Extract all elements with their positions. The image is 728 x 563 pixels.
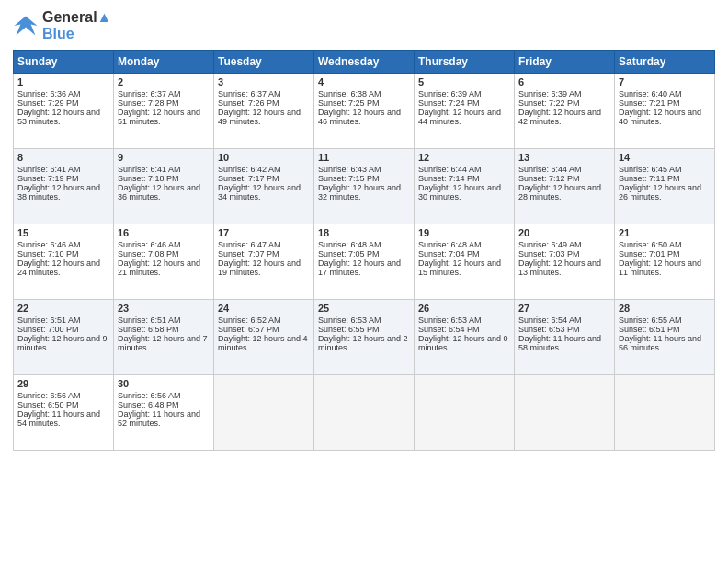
sunset-text: Sunset: 7:12 PM	[518, 174, 580, 183]
calendar-cell	[214, 375, 314, 451]
day-number: 22	[17, 303, 109, 314]
sunset-text: Sunset: 7:04 PM	[418, 249, 480, 259]
sunset-text: Sunset: 7:29 PM	[17, 98, 79, 108]
sunrise-text: Sunrise: 6:49 AM	[518, 240, 582, 249]
calendar-week-row: 1Sunrise: 6:36 AMSunset: 7:29 PMDaylight…	[14, 74, 715, 149]
daylight-text: Daylight: 12 hours and 17 minutes.	[318, 259, 401, 277]
sunset-text: Sunset: 7:07 PM	[218, 249, 279, 259]
weekday-header-monday: Monday	[114, 51, 214, 74]
sunrise-text: Sunrise: 6:54 AM	[518, 316, 582, 325]
daylight-text: Daylight: 12 hours and 42 minutes.	[518, 108, 601, 126]
sunrise-text: Sunrise: 6:53 AM	[418, 316, 482, 325]
calendar-cell: 15Sunrise: 6:46 AMSunset: 7:10 PMDayligh…	[14, 224, 114, 300]
sunset-text: Sunset: 6:57 PM	[218, 325, 279, 334]
sunrise-text: Sunrise: 6:41 AM	[118, 165, 181, 174]
calendar-cell: 11Sunrise: 6:43 AMSunset: 7:15 PMDayligh…	[314, 149, 415, 224]
weekday-header-friday: Friday	[515, 51, 615, 74]
day-number: 29	[17, 378, 109, 389]
calendar-cell: 30Sunrise: 6:56 AMSunset: 6:48 PMDayligh…	[114, 375, 214, 451]
day-number: 13	[518, 152, 610, 163]
sunrise-text: Sunrise: 6:41 AM	[17, 165, 81, 174]
daylight-text: Daylight: 11 hours and 52 minutes.	[118, 409, 200, 428]
daylight-text: Daylight: 12 hours and 38 minutes.	[17, 183, 100, 201]
sunrise-text: Sunrise: 6:38 AM	[318, 89, 381, 98]
day-number: 6	[518, 76, 610, 87]
daylight-text: Daylight: 12 hours and 46 minutes.	[318, 108, 401, 126]
day-number: 24	[218, 303, 310, 314]
day-number: 3	[218, 76, 310, 87]
sunset-text: Sunset: 7:03 PM	[518, 249, 580, 259]
sunrise-text: Sunrise: 6:36 AM	[17, 89, 81, 98]
day-number: 8	[17, 152, 109, 163]
logo: General▲ Blue	[13, 9, 111, 42]
sunrise-text: Sunrise: 6:39 AM	[518, 89, 582, 98]
day-number: 20	[518, 227, 610, 238]
calendar-week-row: 15Sunrise: 6:46 AMSunset: 7:10 PMDayligh…	[14, 224, 715, 300]
day-number: 11	[318, 152, 410, 163]
daylight-text: Daylight: 12 hours and 13 minutes.	[518, 259, 601, 277]
daylight-text: Daylight: 12 hours and 7 minutes.	[118, 334, 208, 352]
daylight-text: Daylight: 12 hours and 44 minutes.	[418, 108, 501, 126]
calendar-cell: 29Sunrise: 6:56 AMSunset: 6:50 PMDayligh…	[14, 375, 114, 451]
sunset-text: Sunset: 6:55 PM	[318, 325, 380, 334]
sunset-text: Sunset: 7:24 PM	[418, 98, 480, 108]
logo-text: General▲ Blue	[42, 9, 111, 42]
sunset-text: Sunset: 7:19 PM	[17, 174, 79, 183]
calendar-cell: 9Sunrise: 6:41 AMSunset: 7:18 PMDaylight…	[114, 149, 214, 224]
day-number: 21	[619, 227, 711, 238]
calendar-cell: 14Sunrise: 6:45 AMSunset: 7:11 PMDayligh…	[615, 149, 715, 224]
sunrise-text: Sunrise: 6:46 AM	[17, 240, 81, 249]
daylight-text: Daylight: 12 hours and 0 minutes.	[418, 334, 508, 352]
svg-marker-0	[14, 17, 37, 36]
calendar-cell: 4Sunrise: 6:38 AMSunset: 7:25 PMDaylight…	[314, 74, 415, 149]
sunset-text: Sunset: 7:15 PM	[318, 174, 380, 183]
sunset-text: Sunset: 6:53 PM	[518, 325, 580, 334]
daylight-text: Daylight: 12 hours and 28 minutes.	[518, 183, 601, 201]
sunset-text: Sunset: 7:00 PM	[17, 325, 79, 334]
calendar-cell: 10Sunrise: 6:42 AMSunset: 7:17 PMDayligh…	[214, 149, 314, 224]
calendar-cell: 18Sunrise: 6:48 AMSunset: 7:05 PMDayligh…	[314, 224, 415, 300]
day-number: 26	[418, 303, 510, 314]
sunset-text: Sunset: 7:17 PM	[218, 174, 279, 183]
day-number: 14	[619, 152, 711, 163]
daylight-text: Daylight: 12 hours and 36 minutes.	[118, 183, 200, 201]
calendar-cell	[615, 375, 715, 451]
calendar-cell: 17Sunrise: 6:47 AMSunset: 7:07 PMDayligh…	[214, 224, 314, 300]
daylight-text: Daylight: 12 hours and 32 minutes.	[318, 183, 401, 201]
day-number: 27	[518, 303, 610, 314]
calendar-week-row: 29Sunrise: 6:56 AMSunset: 6:50 PMDayligh…	[14, 375, 715, 451]
daylight-text: Daylight: 11 hours and 58 minutes.	[518, 334, 601, 352]
day-number: 23	[118, 303, 210, 314]
header: General▲ Blue	[13, 9, 715, 42]
sunrise-text: Sunrise: 6:37 AM	[118, 89, 181, 98]
sunset-text: Sunset: 6:51 PM	[619, 325, 680, 334]
sunrise-text: Sunrise: 6:50 AM	[619, 240, 682, 249]
daylight-text: Daylight: 12 hours and 2 minutes.	[318, 334, 408, 352]
daylight-text: Daylight: 12 hours and 11 minutes.	[619, 259, 701, 277]
calendar-cell: 22Sunrise: 6:51 AMSunset: 7:00 PMDayligh…	[14, 300, 114, 375]
sunset-text: Sunset: 6:58 PM	[118, 325, 179, 334]
calendar-week-row: 8Sunrise: 6:41 AMSunset: 7:19 PMDaylight…	[14, 149, 715, 224]
sunset-text: Sunset: 7:26 PM	[218, 98, 279, 108]
day-number: 16	[118, 227, 210, 238]
sunrise-text: Sunrise: 6:53 AM	[318, 316, 381, 325]
calendar-cell: 26Sunrise: 6:53 AMSunset: 6:54 PMDayligh…	[415, 300, 515, 375]
day-number: 12	[418, 152, 510, 163]
calendar-cell: 6Sunrise: 6:39 AMSunset: 7:22 PMDaylight…	[515, 74, 615, 149]
calendar-cell: 5Sunrise: 6:39 AMSunset: 7:24 PMDaylight…	[415, 74, 515, 149]
weekday-header-tuesday: Tuesday	[214, 51, 314, 74]
sunrise-text: Sunrise: 6:42 AM	[218, 165, 281, 174]
calendar-cell: 13Sunrise: 6:44 AMSunset: 7:12 PMDayligh…	[515, 149, 615, 224]
calendar-cell: 12Sunrise: 6:44 AMSunset: 7:14 PMDayligh…	[415, 149, 515, 224]
sunset-text: Sunset: 6:54 PM	[418, 325, 480, 334]
weekday-header-thursday: Thursday	[415, 51, 515, 74]
daylight-text: Daylight: 12 hours and 30 minutes.	[418, 183, 501, 201]
calendar-table: SundayMondayTuesdayWednesdayThursdayFrid…	[13, 50, 715, 451]
calendar-cell: 21Sunrise: 6:50 AMSunset: 7:01 PMDayligh…	[615, 224, 715, 300]
sunrise-text: Sunrise: 6:52 AM	[218, 316, 281, 325]
logo-icon	[13, 13, 39, 39]
calendar-cell: 27Sunrise: 6:54 AMSunset: 6:53 PMDayligh…	[515, 300, 615, 375]
daylight-text: Daylight: 12 hours and 19 minutes.	[218, 259, 301, 277]
sunset-text: Sunset: 7:25 PM	[318, 98, 380, 108]
sunset-text: Sunset: 7:14 PM	[418, 174, 480, 183]
